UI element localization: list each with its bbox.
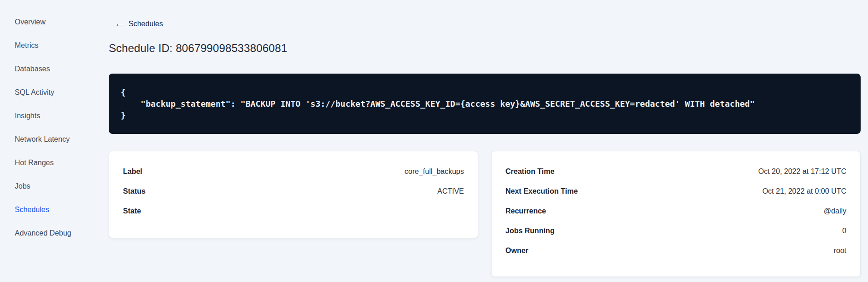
row-owner-title: Owner — [505, 247, 528, 255]
sidebar-item-schedules[interactable]: Schedules — [0, 198, 109, 221]
row-jobs-running: Jobs Running 0 — [505, 221, 846, 241]
sidebar-item-jobs[interactable]: Jobs — [0, 174, 109, 198]
sidebar-item-databases[interactable]: Databases — [0, 57, 109, 81]
row-state: State — [123, 201, 464, 221]
row-recurrence-title: Recurrence — [505, 207, 546, 215]
schedule-details-card: Label core_full_backups Status ACTIVE St… — [109, 151, 478, 238]
back-link-label: Schedules — [129, 20, 163, 28]
owner-value: root — [833, 247, 846, 255]
summary-cards: Label core_full_backups Status ACTIVE St… — [109, 151, 861, 277]
row-label-title: Label — [123, 167, 142, 176]
schedule-timing-card: Creation Time Oct 20, 2022 at 17:12 UTC … — [491, 151, 861, 277]
main-content: ← Schedules Schedule ID: 806799098533806… — [109, 0, 861, 277]
row-owner: Owner root — [505, 241, 846, 260]
row-creation-time-title: Creation Time — [505, 167, 554, 176]
row-next-execution-time: Next Execution Time Oct 21, 2022 at 0:00… — [505, 181, 846, 201]
sidebar-item-network-latency[interactable]: Network Latency — [0, 127, 109, 151]
back-link-schedules[interactable]: ← Schedules — [109, 19, 163, 28]
sidebar-item-hot-ranges[interactable]: Hot Ranges — [0, 151, 109, 174]
row-next-execution-title: Next Execution Time — [505, 187, 578, 196]
row-status: Status ACTIVE — [123, 181, 464, 201]
row-state-title: State — [123, 207, 141, 215]
code-line: { — [121, 86, 849, 98]
page-title: Schedule ID: 806799098533806081 — [109, 42, 861, 55]
row-status-title: Status — [123, 187, 146, 196]
row-creation-time: Creation Time Oct 20, 2022 at 17:12 UTC — [505, 161, 846, 181]
jobs-running-value: 0 — [842, 227, 846, 235]
sidebar-item-insights[interactable]: Insights — [0, 104, 109, 127]
recurrence-value: @daily — [824, 207, 846, 215]
row-recurrence: Recurrence @daily — [505, 201, 846, 221]
schedule-definition-code: { "backup_statement": "BACKUP INTO 's3:/… — [109, 74, 861, 134]
sidebar-item-metrics[interactable]: Metrics — [0, 34, 109, 57]
sidebar: Overview Metrics Databases SQL Activity … — [0, 10, 109, 245]
code-line: "backup_statement": "BACKUP INTO 's3://b… — [121, 98, 849, 109]
sidebar-item-sql-activity[interactable]: SQL Activity — [0, 81, 109, 104]
sidebar-item-advanced-debug[interactable]: Advanced Debug — [0, 221, 109, 245]
sidebar-item-overview[interactable]: Overview — [0, 10, 109, 34]
creation-time-value: Oct 20, 2022 at 17:12 UTC — [758, 167, 846, 176]
row-label: Label core_full_backups — [123, 161, 464, 181]
label-value: core_full_backups — [405, 167, 464, 176]
status-value: ACTIVE — [437, 187, 464, 196]
next-execution-value: Oct 21, 2022 at 0:00 UTC — [762, 187, 846, 196]
row-jobs-running-title: Jobs Running — [505, 227, 555, 235]
back-arrow-icon: ← — [115, 19, 123, 28]
code-line: } — [121, 109, 849, 121]
